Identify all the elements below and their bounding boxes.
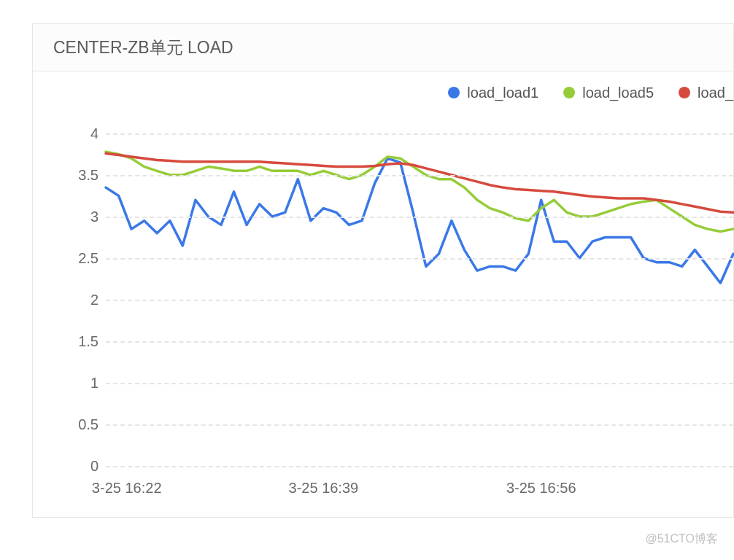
x-axis-tick: 3-25 16:39 (289, 480, 359, 497)
y-axis-tick: 1.5 (55, 333, 98, 350)
y-axis-tick: 2 (55, 292, 98, 308)
y-axis-tick: 0.5 (55, 416, 98, 433)
grid-line (106, 258, 733, 260)
chart-card: CENTER-ZB单元 LOAD load_load1 load_load5 l… (32, 23, 734, 518)
plot-area[interactable]: 00.511.522.533.543-25 16:223-25 16:393-2… (106, 133, 733, 466)
legend-label: load_load5 (582, 85, 654, 101)
grid-line (106, 217, 733, 218)
y-axis-tick: 3 (55, 209, 98, 225)
legend-label: load_ (698, 85, 733, 101)
series-line (106, 158, 733, 283)
grid-line (106, 175, 733, 176)
legend-dot-icon (563, 87, 575, 98)
grid-line (106, 383, 733, 384)
grid-line (106, 300, 733, 301)
y-axis-tick: 4 (55, 125, 98, 142)
grid-line (106, 341, 733, 343)
legend-dot-icon (679, 87, 690, 98)
legend-item-load5[interactable]: load_load5 (563, 85, 654, 101)
chart-title: CENTER-ZB单元 LOAD (33, 24, 733, 71)
series-line (106, 152, 733, 231)
y-axis-tick: 2.5 (55, 250, 98, 267)
plot-wrap: 00.511.522.533.543-25 16:223-25 16:393-2… (33, 112, 733, 517)
watermark: @51CTO博客 (645, 532, 718, 547)
legend-item-load1[interactable]: load_load1 (448, 85, 538, 101)
grid-line (106, 424, 733, 426)
y-axis-tick: 1 (55, 375, 98, 392)
grid-line (106, 466, 733, 467)
grid-line (106, 133, 733, 135)
legend-item-load-extra[interactable]: load_ (679, 85, 733, 101)
x-axis-tick: 3-25 16:56 (506, 480, 576, 497)
y-axis-tick: 0 (55, 458, 98, 475)
x-axis-tick: 3-25 16:22 (92, 480, 162, 497)
legend-label: load_load1 (467, 85, 538, 101)
legend-dot-icon (448, 87, 460, 98)
legend: load_load1 load_load5 load_ (33, 78, 733, 107)
y-axis-tick: 3.5 (55, 167, 98, 184)
